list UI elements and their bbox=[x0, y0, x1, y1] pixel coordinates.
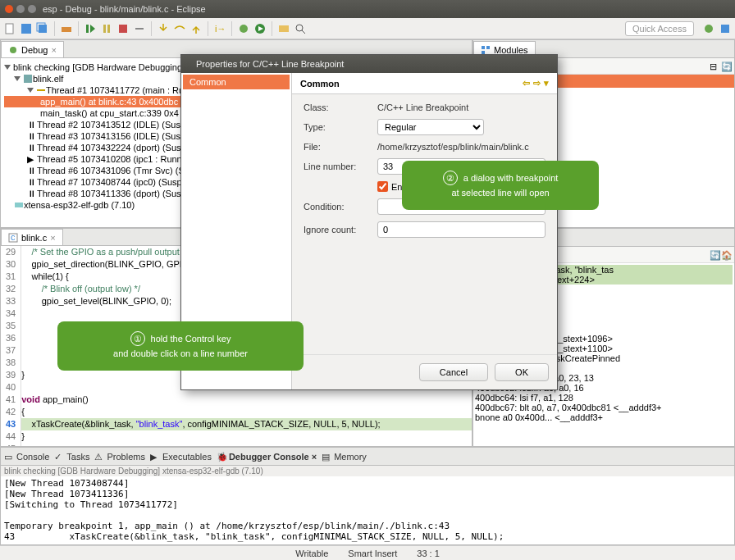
debug-tab[interactable]: Debug × bbox=[1, 41, 64, 57]
svg-point-19 bbox=[10, 47, 16, 53]
svg-text:i→: i→ bbox=[215, 24, 226, 34]
run-toolbar-icon[interactable] bbox=[253, 22, 267, 35]
editor-tab[interactable]: c blink.c × bbox=[1, 229, 63, 245]
thread-row[interactable]: Thread #5 1073410208 (ipc1 : Running) bbox=[37, 154, 197, 164]
terminate-icon[interactable] bbox=[116, 22, 130, 35]
back-icon[interactable]: ⇦ bbox=[523, 78, 530, 89]
thread-icon: ▶ bbox=[27, 154, 37, 164]
thread-icon: ⏸ bbox=[27, 131, 37, 141]
suspend-icon[interactable] bbox=[100, 22, 113, 35]
debugger-console-tab[interactable]: 🐞Debugger Console × bbox=[217, 452, 317, 462]
line-gutter[interactable]: 2930313233343536373839404142434445 bbox=[1, 246, 21, 447]
thread-icon bbox=[36, 85, 46, 95]
close-icon[interactable]: × bbox=[50, 233, 55, 243]
problems-tab[interactable]: ⚠Problems bbox=[94, 452, 144, 462]
save-all-icon[interactable] bbox=[36, 22, 49, 35]
instr-step-icon[interactable]: i→ bbox=[213, 22, 226, 35]
dialog-category-common[interactable]: Common bbox=[183, 75, 290, 89]
window-minimize-icon[interactable] bbox=[16, 5, 25, 13]
console-tab[interactable]: ▭Console bbox=[4, 452, 49, 462]
window-close-icon[interactable] bbox=[5, 5, 13, 13]
c-file-icon: c bbox=[8, 233, 18, 243]
condition-label: Condition: bbox=[304, 202, 377, 212]
svg-marker-6 bbox=[90, 25, 95, 33]
ok-button[interactable]: OK bbox=[495, 363, 549, 381]
build-icon[interactable] bbox=[60, 22, 73, 35]
launch-label: blink checking [GDB Hardware Debugging] bbox=[13, 62, 185, 72]
thread-icon: ⏸ bbox=[27, 143, 37, 153]
modules-tab-label: Modules bbox=[494, 45, 528, 55]
window-title: esp - Debug - blink/main/blink.c - Eclip… bbox=[43, 4, 206, 14]
console-output[interactable]: [New Thread 1073408744] [New Thread 1073… bbox=[1, 476, 734, 544]
executables-tab[interactable]: ▶Executables bbox=[150, 452, 212, 462]
memory-icon: ▤ bbox=[322, 452, 331, 462]
disconnect-icon[interactable] bbox=[133, 22, 146, 35]
type-select[interactable]: Regular bbox=[377, 119, 484, 135]
main-toolbar: i→ Quick Access bbox=[0, 18, 735, 39]
console-context: blink checking [GDB Hardware Debugging] … bbox=[1, 466, 734, 476]
svg-rect-8 bbox=[107, 25, 110, 33]
cancel-button[interactable]: Cancel bbox=[419, 363, 488, 381]
line-label: Line number: bbox=[304, 162, 377, 171]
dialog-heading: Common bbox=[300, 79, 340, 89]
editor-filename: blink.c bbox=[21, 233, 47, 243]
callout-1: ① hold the Control key and double click … bbox=[57, 321, 304, 371]
enabled-checkbox[interactable] bbox=[377, 181, 388, 192]
status-writable: Writable bbox=[295, 549, 328, 558]
step-return-icon[interactable] bbox=[189, 22, 203, 35]
svg-rect-0 bbox=[6, 24, 13, 34]
console-icon: ▭ bbox=[4, 452, 14, 462]
status-insert: Smart Insert bbox=[348, 549, 397, 558]
os-titlebar: esp - Debug - blink/main/blink.c - Eclip… bbox=[0, 0, 735, 18]
class-value: C/C++ Line Breakpoint bbox=[377, 102, 546, 112]
gdb-label: xtensa-esp32-elf-gdb (7.10) bbox=[24, 200, 135, 210]
collapse-icon[interactable]: ⊟ bbox=[710, 61, 719, 71]
refresh-icon[interactable]: 🔄 bbox=[721, 61, 731, 71]
step-into-icon[interactable] bbox=[157, 22, 170, 35]
tasks-tab[interactable]: ✓Tasks bbox=[54, 452, 89, 462]
status-cursor: 33 : 1 bbox=[417, 549, 440, 558]
type-label: Type: bbox=[304, 122, 377, 132]
breakpoint-marker[interactable]: 43 bbox=[6, 418, 16, 430]
elf-label: blink.elf bbox=[33, 74, 63, 84]
home-icon[interactable]: 🏠 bbox=[721, 250, 731, 260]
ignore-label: Ignore count: bbox=[304, 225, 377, 234]
close-icon[interactable]: × bbox=[51, 45, 56, 55]
close-icon[interactable]: × bbox=[312, 452, 317, 462]
svg-rect-7 bbox=[103, 25, 106, 33]
save-icon[interactable] bbox=[20, 22, 33, 35]
svg-rect-14 bbox=[279, 25, 289, 32]
dropdown-icon[interactable]: ▾ bbox=[544, 78, 549, 89]
search-icon[interactable] bbox=[294, 22, 307, 35]
svg-rect-5 bbox=[86, 25, 89, 33]
perspective-c-icon[interactable] bbox=[719, 22, 732, 35]
modules-icon bbox=[481, 45, 491, 55]
exe-icon: ▶ bbox=[150, 452, 160, 462]
svg-rect-23 bbox=[486, 46, 490, 49]
thread-icon: ⏸ bbox=[27, 189, 37, 198]
open-type-icon[interactable] bbox=[277, 22, 290, 35]
svg-rect-1 bbox=[21, 24, 31, 34]
forward-icon[interactable]: ⇨ bbox=[533, 78, 541, 89]
window-maximize-icon[interactable] bbox=[28, 5, 36, 13]
step-over-icon[interactable] bbox=[173, 22, 186, 35]
perspective-debug-icon[interactable] bbox=[702, 22, 715, 35]
debug-toolbar-icon[interactable] bbox=[237, 22, 250, 35]
new-icon[interactable] bbox=[3, 22, 16, 35]
class-label: Class: bbox=[304, 102, 377, 112]
bug-icon bbox=[8, 45, 18, 55]
dialog-title-text: Properties for C/C++ Line Breakpoint bbox=[196, 59, 344, 69]
file-value: /home/krzysztof/esp/blink/main/blink.c bbox=[377, 142, 546, 152]
svg-rect-24 bbox=[482, 51, 485, 54]
memory-tab[interactable]: ▤Memory bbox=[322, 452, 367, 462]
ignore-count-input[interactable] bbox=[377, 221, 546, 238]
svg-rect-20 bbox=[24, 75, 32, 83]
refresh-icon[interactable]: 🔄 bbox=[710, 250, 719, 260]
thread-icon: ⏸ bbox=[27, 177, 37, 187]
gdb-icon bbox=[14, 200, 24, 210]
callout-2: ② a dialog with breakpoint at selected l… bbox=[402, 161, 599, 210]
svg-point-15 bbox=[296, 25, 303, 31]
debugger-console-icon: 🐞 bbox=[217, 452, 226, 462]
quick-access-input[interactable]: Quick Access bbox=[625, 21, 694, 36]
resume-icon[interactable] bbox=[84, 22, 97, 35]
